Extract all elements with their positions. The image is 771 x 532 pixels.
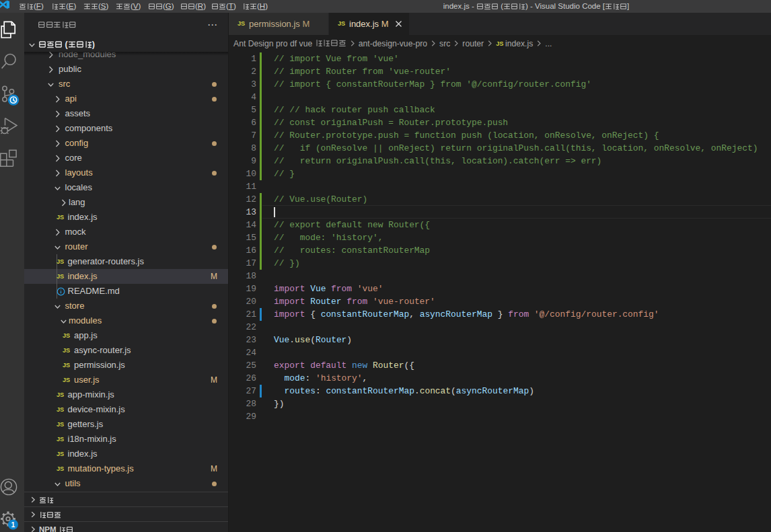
svg-text:1: 1	[11, 521, 15, 529]
